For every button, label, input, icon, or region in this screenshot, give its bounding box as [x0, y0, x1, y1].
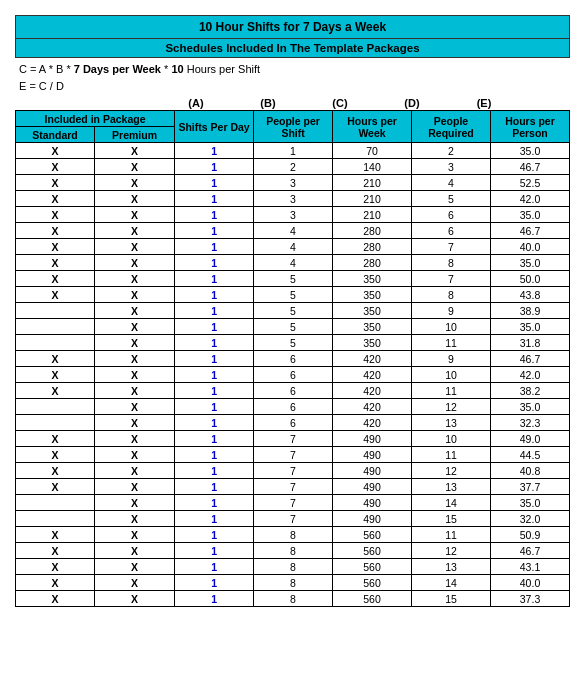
table-cell: X: [16, 543, 95, 559]
table-cell: X: [16, 591, 95, 607]
table-cell: 12: [412, 543, 491, 559]
table-cell: 1: [175, 191, 254, 207]
table-cell: 40.0: [491, 239, 570, 255]
table-row: XX174901337.7: [16, 479, 570, 495]
table-cell: X: [16, 175, 95, 191]
header-people-shift: People per Shift: [254, 111, 333, 143]
table-cell: 46.7: [491, 159, 570, 175]
main-container: 10 Hour Shifts for 7 Days a Week Schedul…: [15, 15, 570, 607]
table-cell: 14: [412, 575, 491, 591]
table-cell: X: [94, 303, 174, 319]
table-row: XX185601537.3: [16, 591, 570, 607]
table-cell: X: [94, 255, 174, 271]
table-cell: 5: [254, 271, 333, 287]
table-cell: X: [16, 575, 95, 591]
table-row: XX174901240.8: [16, 463, 570, 479]
table-cell: 6: [254, 399, 333, 415]
table-cell: 3: [254, 207, 333, 223]
table-cell: 210: [333, 207, 412, 223]
table-cell: 13: [412, 479, 491, 495]
table-cell: 8: [412, 287, 491, 303]
table-cell: X: [94, 335, 174, 351]
table-cell: 280: [333, 223, 412, 239]
table-cell: 7: [254, 431, 333, 447]
table-cell: X: [94, 207, 174, 223]
table-cell: 560: [333, 543, 412, 559]
table-cell: 7: [412, 271, 491, 287]
table-cell: 6: [412, 207, 491, 223]
table-cell: 15: [412, 511, 491, 527]
table-cell: 3: [254, 191, 333, 207]
table-cell: 560: [333, 575, 412, 591]
table-body: XX1170235.0XX12140346.7XX13210452.5XX132…: [16, 143, 570, 607]
table-row: XX164201042.0: [16, 367, 570, 383]
table-cell: 11: [412, 527, 491, 543]
table-cell: 350: [333, 319, 412, 335]
table-cell: 49.0: [491, 431, 570, 447]
schedule-table: Included in Package Shifts Per Day Peopl…: [15, 110, 570, 607]
header-included: Included in Package: [16, 111, 175, 127]
table-cell: X: [94, 367, 174, 383]
table-cell: 38.9: [491, 303, 570, 319]
table-cell: 490: [333, 463, 412, 479]
table-cell: 1: [175, 287, 254, 303]
table-cell: 4: [254, 223, 333, 239]
table-row: XX14280740.0: [16, 239, 570, 255]
table-cell: 8: [254, 559, 333, 575]
table-cell: X: [16, 431, 95, 447]
title-bar: 10 Hour Shifts for 7 Days a Week: [15, 15, 570, 39]
table-cell: 560: [333, 591, 412, 607]
table-cell: 350: [333, 303, 412, 319]
table-row: XX174901049.0: [16, 431, 570, 447]
table-cell: X: [94, 591, 174, 607]
table-cell: 1: [175, 383, 254, 399]
table-cell: 8: [254, 527, 333, 543]
table-cell: X: [16, 223, 95, 239]
table-cell: 3: [254, 175, 333, 191]
col-label-c: (C): [304, 97, 376, 109]
table-cell: 140: [333, 159, 412, 175]
table-cell: 1: [175, 591, 254, 607]
table-row: XX15350750.0: [16, 271, 570, 287]
table-cell: 1: [175, 271, 254, 287]
table-cell: 11: [412, 383, 491, 399]
table-cell: 1: [175, 367, 254, 383]
table-cell: 2: [254, 159, 333, 175]
table-cell: 420: [333, 399, 412, 415]
table-row: XX15350843.8: [16, 287, 570, 303]
col-label-d: (D): [376, 97, 448, 109]
table-cell: 490: [333, 431, 412, 447]
table-cell: 10: [412, 319, 491, 335]
table-cell: 1: [175, 495, 254, 511]
table-cell: 5: [254, 303, 333, 319]
formula-section: C = A * B * 7 Days per Week * 10 Hours p…: [15, 58, 570, 97]
table-cell: 50.9: [491, 527, 570, 543]
table-cell: 10: [412, 367, 491, 383]
table-cell: 42.0: [491, 367, 570, 383]
table-row: XX1170235.0: [16, 143, 570, 159]
table-row: XX185601440.0: [16, 575, 570, 591]
table-cell: 560: [333, 559, 412, 575]
table-row: X164201332.3: [16, 415, 570, 431]
table-row: XX185601246.7: [16, 543, 570, 559]
table-cell: 9: [412, 303, 491, 319]
table-cell: 37.7: [491, 479, 570, 495]
table-cell: 1: [175, 335, 254, 351]
header-hours-week: Hours per Week: [333, 111, 412, 143]
table-cell: X: [94, 527, 174, 543]
table-cell: 560: [333, 527, 412, 543]
table-cell: 210: [333, 175, 412, 191]
table-cell: 1: [175, 431, 254, 447]
table-cell: X: [94, 351, 174, 367]
table-cell: 280: [333, 255, 412, 271]
table-cell: 8: [254, 543, 333, 559]
table-cell: 70: [333, 143, 412, 159]
table-cell: X: [16, 383, 95, 399]
table-cell: 13: [412, 415, 491, 431]
table-cell: X: [16, 351, 95, 367]
table-cell: 420: [333, 415, 412, 431]
table-cell: X: [16, 463, 95, 479]
table-row: XX14280835.0: [16, 255, 570, 271]
table-cell: X: [16, 143, 95, 159]
table-cell: 1: [175, 255, 254, 271]
